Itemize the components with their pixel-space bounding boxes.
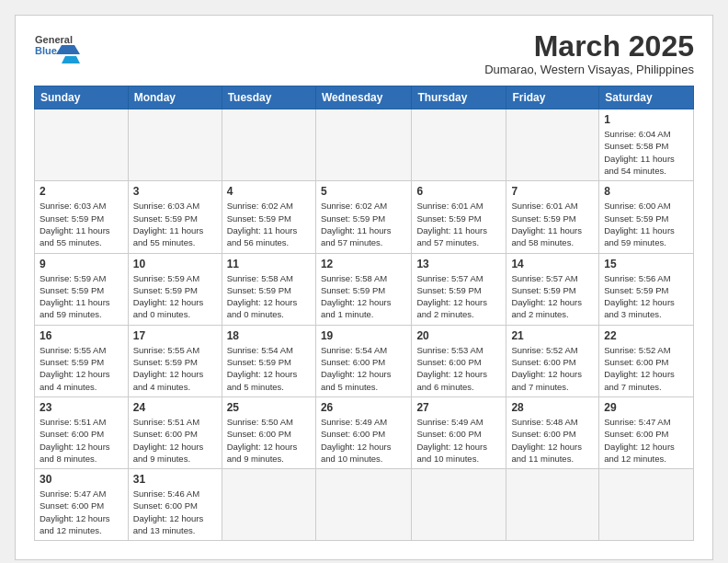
day-info: Sunrise: 5:49 AM Sunset: 6:00 PM Dayligh… <box>321 416 407 465</box>
calendar-cell <box>315 469 412 541</box>
svg-marker-3 <box>62 56 80 63</box>
calendar-page: General Blue March 2025 Dumarao, Western… <box>15 15 713 560</box>
page-header: General Blue March 2025 Dumarao, Western… <box>34 30 694 76</box>
weekday-header-tuesday: Tuesday <box>222 86 315 109</box>
day-number: 23 <box>40 401 123 414</box>
weekday-header-friday: Friday <box>506 86 599 109</box>
weekday-header-monday: Monday <box>128 86 222 109</box>
day-number: 3 <box>133 185 217 198</box>
day-info: Sunrise: 5:57 AM Sunset: 5:59 PM Dayligh… <box>511 272 594 321</box>
day-number: 12 <box>321 258 407 270</box>
day-number: 10 <box>133 258 217 270</box>
calendar-week-4: 16Sunrise: 5:55 AM Sunset: 5:59 PM Dayli… <box>35 325 694 396</box>
day-info: Sunrise: 6:01 AM Sunset: 5:59 PM Dayligh… <box>416 200 501 248</box>
day-info: Sunrise: 6:00 AM Sunset: 5:59 PM Dayligh… <box>604 200 688 248</box>
svg-text:General: General <box>35 34 73 45</box>
day-info: Sunrise: 5:58 AM Sunset: 5:59 PM Dayligh… <box>321 272 407 321</box>
day-number: 9 <box>40 258 123 270</box>
day-info: Sunrise: 5:49 AM Sunset: 6:00 PM Dayligh… <box>416 416 501 465</box>
calendar-week-5: 23Sunrise: 5:51 AM Sunset: 6:00 PM Dayli… <box>35 396 694 468</box>
day-info: Sunrise: 6:02 AM Sunset: 5:59 PM Dayligh… <box>227 200 311 248</box>
day-info: Sunrise: 5:55 AM Sunset: 5:59 PM Dayligh… <box>133 344 217 393</box>
calendar-subtitle: Dumarao, Western Visayas, Philippines <box>484 63 694 76</box>
svg-text:Blue: Blue <box>35 45 57 56</box>
calendar-cell: 19Sunrise: 5:54 AM Sunset: 6:00 PM Dayli… <box>315 325 412 396</box>
calendar-week-2: 2Sunrise: 6:03 AM Sunset: 5:59 PM Daylig… <box>35 181 694 253</box>
day-number: 22 <box>604 329 688 342</box>
day-info: Sunrise: 5:52 AM Sunset: 6:00 PM Dayligh… <box>511 344 594 393</box>
day-info: Sunrise: 5:51 AM Sunset: 6:00 PM Dayligh… <box>133 416 217 465</box>
day-number: 31 <box>133 473 217 486</box>
calendar-cell: 24Sunrise: 5:51 AM Sunset: 6:00 PM Dayli… <box>128 396 222 468</box>
day-info: Sunrise: 5:52 AM Sunset: 6:00 PM Dayligh… <box>604 344 688 393</box>
day-number: 24 <box>133 401 217 414</box>
calendar-cell: 16Sunrise: 5:55 AM Sunset: 5:59 PM Dayli… <box>35 325 129 396</box>
calendar-table: SundayMondayTuesdayWednesdayThursdayFrid… <box>34 86 694 541</box>
calendar-cell: 1Sunrise: 6:04 AM Sunset: 5:58 PM Daylig… <box>599 109 694 181</box>
weekday-header-thursday: Thursday <box>412 86 506 109</box>
day-number: 11 <box>227 258 311 270</box>
calendar-cell <box>128 109 222 181</box>
day-number: 28 <box>511 401 594 414</box>
calendar-cell <box>412 109 506 181</box>
day-number: 1 <box>604 113 688 126</box>
calendar-cell <box>222 109 315 181</box>
day-number: 6 <box>416 185 501 198</box>
calendar-cell: 22Sunrise: 5:52 AM Sunset: 6:00 PM Dayli… <box>599 325 694 396</box>
calendar-cell: 5Sunrise: 6:02 AM Sunset: 5:59 PM Daylig… <box>315 181 412 253</box>
day-number: 25 <box>227 401 311 414</box>
day-number: 21 <box>511 329 594 342</box>
day-number: 27 <box>416 401 501 414</box>
calendar-cell: 8Sunrise: 6:00 AM Sunset: 5:59 PM Daylig… <box>599 181 694 253</box>
calendar-cell: 12Sunrise: 5:58 AM Sunset: 5:59 PM Dayli… <box>315 253 412 325</box>
day-info: Sunrise: 5:47 AM Sunset: 6:00 PM Dayligh… <box>604 416 688 465</box>
calendar-cell: 7Sunrise: 6:01 AM Sunset: 5:59 PM Daylig… <box>506 181 599 253</box>
day-number: 5 <box>321 185 407 198</box>
day-info: Sunrise: 5:48 AM Sunset: 6:00 PM Dayligh… <box>511 416 594 465</box>
calendar-cell <box>506 109 599 181</box>
calendar-cell: 10Sunrise: 5:59 AM Sunset: 5:59 PM Dayli… <box>128 253 222 325</box>
day-info: Sunrise: 5:59 AM Sunset: 5:59 PM Dayligh… <box>133 272 217 321</box>
day-info: Sunrise: 5:47 AM Sunset: 6:00 PM Dayligh… <box>40 488 123 536</box>
calendar-week-3: 9Sunrise: 5:59 AM Sunset: 5:59 PM Daylig… <box>35 253 694 325</box>
calendar-cell <box>222 469 315 541</box>
day-info: Sunrise: 5:54 AM Sunset: 5:59 PM Dayligh… <box>227 344 311 393</box>
weekday-header-wednesday: Wednesday <box>315 86 412 109</box>
calendar-cell: 2Sunrise: 6:03 AM Sunset: 5:59 PM Daylig… <box>35 181 129 253</box>
day-info: Sunrise: 5:57 AM Sunset: 5:59 PM Dayligh… <box>416 272 501 321</box>
day-info: Sunrise: 5:59 AM Sunset: 5:59 PM Dayligh… <box>40 272 123 321</box>
calendar-cell: 23Sunrise: 5:51 AM Sunset: 6:00 PM Dayli… <box>35 396 129 468</box>
calendar-cell: 28Sunrise: 5:48 AM Sunset: 6:00 PM Dayli… <box>506 396 599 468</box>
day-number: 13 <box>416 258 501 270</box>
calendar-cell <box>599 469 694 541</box>
day-info: Sunrise: 5:53 AM Sunset: 6:00 PM Dayligh… <box>416 344 501 393</box>
day-number: 8 <box>604 185 688 198</box>
weekday-header-sunday: Sunday <box>35 86 129 109</box>
logo-svg: General Blue <box>34 30 82 71</box>
day-info: Sunrise: 6:03 AM Sunset: 5:59 PM Dayligh… <box>40 200 123 248</box>
day-info: Sunrise: 6:01 AM Sunset: 5:59 PM Dayligh… <box>511 200 594 248</box>
calendar-cell: 14Sunrise: 5:57 AM Sunset: 5:59 PM Dayli… <box>506 253 599 325</box>
calendar-cell: 21Sunrise: 5:52 AM Sunset: 6:00 PM Dayli… <box>506 325 599 396</box>
day-number: 17 <box>133 329 217 342</box>
day-info: Sunrise: 5:55 AM Sunset: 5:59 PM Dayligh… <box>40 344 123 393</box>
day-number: 15 <box>604 258 688 270</box>
weekday-header-saturday: Saturday <box>599 86 694 109</box>
day-number: 30 <box>40 473 123 486</box>
calendar-cell <box>315 109 412 181</box>
day-number: 7 <box>511 185 594 198</box>
calendar-week-1: 1Sunrise: 6:04 AM Sunset: 5:58 PM Daylig… <box>35 109 694 181</box>
day-info: Sunrise: 6:03 AM Sunset: 5:59 PM Dayligh… <box>133 200 217 248</box>
day-info: Sunrise: 5:51 AM Sunset: 6:00 PM Dayligh… <box>40 416 123 465</box>
day-info: Sunrise: 6:02 AM Sunset: 5:59 PM Dayligh… <box>321 200 407 248</box>
calendar-cell: 13Sunrise: 5:57 AM Sunset: 5:59 PM Dayli… <box>412 253 506 325</box>
calendar-cell: 17Sunrise: 5:55 AM Sunset: 5:59 PM Dayli… <box>128 325 222 396</box>
day-info: Sunrise: 5:56 AM Sunset: 5:59 PM Dayligh… <box>604 272 688 321</box>
calendar-week-6: 30Sunrise: 5:47 AM Sunset: 6:00 PM Dayli… <box>35 469 694 541</box>
calendar-cell: 3Sunrise: 6:03 AM Sunset: 5:59 PM Daylig… <box>128 181 222 253</box>
day-number: 20 <box>416 329 501 342</box>
calendar-cell: 15Sunrise: 5:56 AM Sunset: 5:59 PM Dayli… <box>599 253 694 325</box>
calendar-cell <box>506 469 599 541</box>
calendar-cell: 11Sunrise: 5:58 AM Sunset: 5:59 PM Dayli… <box>222 253 315 325</box>
day-number: 18 <box>227 329 311 342</box>
